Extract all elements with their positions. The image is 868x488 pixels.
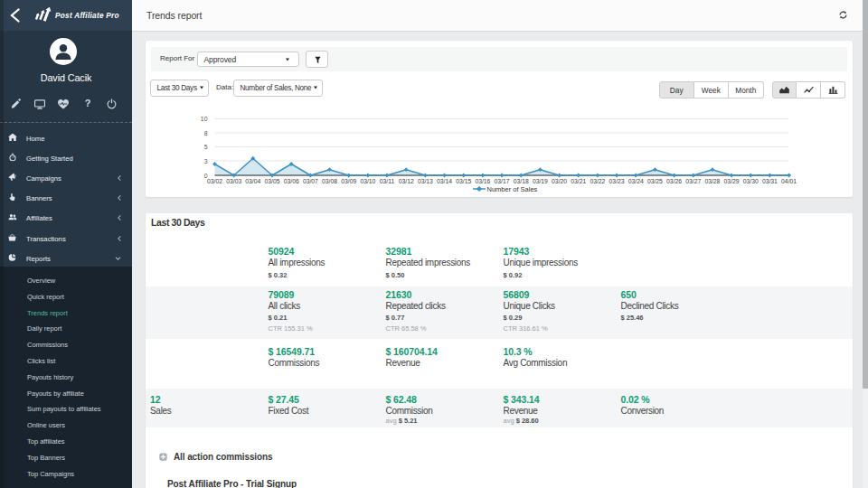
svg-text:03/20: 03/20 [552, 178, 567, 184]
svg-text:03/19: 03/19 [533, 178, 548, 184]
svg-text:03/16: 03/16 [475, 178, 490, 184]
svg-text:03/30: 03/30 [743, 178, 759, 184]
svg-text:04/01: 04/01 [781, 178, 797, 184]
svg-text:03/28: 03/28 [704, 178, 720, 184]
svg-text:03/15: 03/15 [456, 178, 471, 184]
svg-text:03/08: 03/08 [322, 178, 337, 184]
svg-text:03/14: 03/14 [437, 178, 452, 184]
svg-text:03/29: 03/29 [724, 178, 740, 184]
svg-text:03/27: 03/27 [685, 178, 701, 184]
svg-text:03/04: 03/04 [245, 178, 260, 184]
svg-text:Number of Sales: Number of Sales [487, 185, 538, 193]
svg-text:03/06: 03/06 [284, 178, 299, 184]
svg-text:8: 8 [204, 130, 208, 136]
svg-text:03/07: 03/07 [303, 178, 318, 184]
svg-text:03/18: 03/18 [514, 178, 529, 184]
svg-text:03/25: 03/25 [647, 178, 663, 184]
svg-text:5: 5 [204, 144, 208, 150]
svg-text:03/05: 03/05 [264, 178, 279, 184]
svg-text:03/12: 03/12 [399, 178, 414, 184]
svg-text:03/24: 03/24 [628, 178, 644, 184]
svg-text:03/03: 03/03 [226, 178, 241, 184]
svg-text:03/26: 03/26 [666, 178, 682, 184]
svg-text:03/10: 03/10 [360, 178, 375, 184]
svg-text:03/31: 03/31 [762, 178, 778, 184]
svg-text:03/17: 03/17 [494, 178, 509, 184]
svg-text:03/09: 03/09 [341, 178, 356, 184]
svg-text:03/11: 03/11 [380, 178, 395, 184]
svg-text:03/13: 03/13 [418, 178, 433, 184]
svg-text:10: 10 [201, 116, 208, 122]
svg-text:03/23: 03/23 [609, 178, 625, 184]
svg-text:03/02: 03/02 [207, 178, 222, 184]
svg-text:03/22: 03/22 [590, 178, 605, 184]
svg-text:3: 3 [204, 158, 208, 164]
svg-text:03/21: 03/21 [571, 178, 586, 184]
